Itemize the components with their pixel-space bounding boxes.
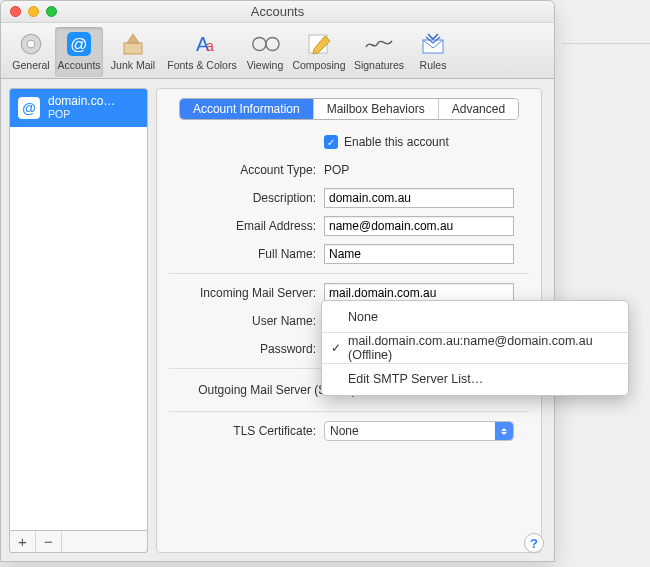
toolbar-rules[interactable]: Rules	[409, 27, 457, 77]
spacer	[62, 531, 147, 552]
toolbar-junk[interactable]: Junk Mail	[103, 27, 163, 77]
help-button[interactable]: ?	[524, 533, 544, 553]
toolbar-general[interactable]: General	[7, 27, 55, 77]
separator	[169, 411, 529, 412]
toolbar-composing-label: Composing	[292, 59, 345, 71]
toolbar-viewing-label: Viewing	[247, 59, 284, 71]
toolbar-fonts-label: Fonts & Colors	[167, 59, 236, 71]
fullname-label: Full Name:	[169, 247, 324, 261]
description-label: Description:	[169, 191, 324, 205]
toolbar-general-label: General	[12, 59, 49, 71]
tls-label: TLS Certificate:	[169, 424, 324, 438]
svg-point-8	[266, 37, 279, 50]
svg-point-7	[253, 37, 266, 50]
gear-icon	[16, 29, 46, 59]
compose-icon	[304, 29, 334, 59]
smtp-option-none[interactable]: None	[322, 306, 628, 328]
tls-certificate-select[interactable]: None	[324, 421, 514, 441]
at-icon: @	[18, 97, 40, 119]
separator	[169, 273, 529, 274]
username-label: User Name:	[169, 314, 324, 328]
fullname-field[interactable]	[324, 244, 514, 264]
tls-value: None	[330, 424, 359, 438]
account-type: POP	[48, 108, 115, 121]
viewing-icon	[250, 29, 280, 59]
toolbar-fonts[interactable]: Aa Fonts & Colors	[163, 27, 241, 77]
account-list[interactable]: @ domain.co… POP	[9, 88, 148, 531]
tab-segmented-control: Account Information Mailbox Behaviors Ad…	[180, 99, 518, 119]
toolbar-viewing[interactable]: Viewing	[241, 27, 289, 77]
chevron-updown-icon	[495, 422, 513, 440]
svg-point-1	[27, 40, 35, 48]
toolbar-accounts-label: Accounts	[57, 59, 100, 71]
svg-rect-4	[124, 43, 142, 54]
incoming-label: Incoming Mail Server:	[169, 286, 324, 300]
junk-icon	[118, 29, 148, 59]
toolbar-accounts[interactable]: @ Accounts	[55, 27, 103, 77]
account-type-label: Account Type:	[169, 163, 324, 177]
email-label: Email Address:	[169, 219, 324, 233]
signature-icon	[364, 29, 394, 59]
accounts-sidebar: @ domain.co… POP + −	[1, 80, 156, 561]
enable-account-checkbox[interactable]: ✓	[324, 135, 338, 149]
background-divider	[562, 43, 650, 44]
at-icon: @	[64, 29, 94, 59]
toolbar-junk-label: Junk Mail	[111, 59, 155, 71]
preferences-window: Accounts General @ Accounts Junk Mail Aa…	[0, 0, 555, 562]
account-type-value: POP	[324, 163, 349, 177]
enable-account-label: Enable this account	[344, 135, 449, 149]
rules-icon	[418, 29, 448, 59]
svg-text:a: a	[206, 38, 214, 54]
add-account-button[interactable]: +	[10, 531, 36, 552]
email-field[interactable]	[324, 216, 514, 236]
password-label: Password:	[169, 342, 324, 356]
account-name: domain.co…	[48, 95, 115, 108]
toolbar: General @ Accounts Junk Mail Aa Fonts & …	[1, 23, 554, 79]
tab-mailbox-behaviors[interactable]: Mailbox Behaviors	[313, 99, 438, 119]
remove-account-button[interactable]: −	[36, 531, 62, 552]
toolbar-composing[interactable]: Composing	[289, 27, 349, 77]
smtp-option-selected[interactable]: mail.domain.com.au:name@domain.com.au (O…	[322, 337, 628, 359]
window-title: Accounts	[1, 4, 554, 19]
fonts-icon: Aa	[187, 29, 217, 59]
description-field[interactable]	[324, 188, 514, 208]
add-remove-row: + −	[9, 531, 148, 553]
account-item[interactable]: @ domain.co… POP	[10, 89, 147, 127]
smtp-option-edit-list[interactable]: Edit SMTP Server List…	[322, 368, 628, 390]
toolbar-signatures-label: Signatures	[354, 59, 404, 71]
svg-text:@: @	[70, 35, 87, 54]
smtp-server-menu: None mail.domain.com.au:name@domain.com.…	[321, 300, 629, 396]
tab-advanced[interactable]: Advanced	[438, 99, 518, 119]
toolbar-signatures[interactable]: Signatures	[349, 27, 409, 77]
titlebar: Accounts	[1, 1, 554, 23]
toolbar-rules-label: Rules	[420, 59, 447, 71]
tab-account-information[interactable]: Account Information	[180, 99, 313, 119]
